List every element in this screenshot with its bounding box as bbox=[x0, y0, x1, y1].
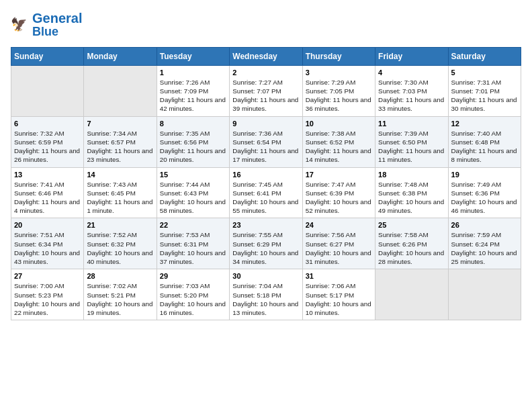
day-info: Sunrise: 7:06 AM Sunset: 5:17 PM Dayligh… bbox=[306, 281, 372, 317]
calendar-cell: 8 Sunrise: 7:35 AM Sunset: 6:56 PM Dayli… bbox=[157, 116, 229, 167]
day-info: Sunrise: 7:30 AM Sunset: 7:03 PM Dayligh… bbox=[378, 78, 445, 113]
sunrise: Sunrise: 7:52 AM bbox=[87, 230, 153, 239]
day-number: 12 bbox=[451, 120, 518, 128]
daylight: Daylight: 10 hours and 25 minutes. bbox=[451, 248, 518, 266]
sunset: Sunset: 5:17 PM bbox=[306, 291, 372, 300]
sunrise: Sunrise: 7:53 AM bbox=[160, 230, 226, 239]
sunset: Sunset: 7:07 PM bbox=[232, 87, 299, 95]
sunset: Sunset: 7:05 PM bbox=[306, 87, 372, 95]
sunrise: Sunrise: 7:04 AM bbox=[232, 281, 299, 290]
calendar-week-row: 13 Sunrise: 7:41 AM Sunset: 6:46 PM Dayl… bbox=[11, 167, 521, 218]
daylight: Daylight: 10 hours and 52 minutes. bbox=[306, 197, 372, 215]
sunset: Sunset: 7:09 PM bbox=[160, 87, 226, 95]
day-info: Sunrise: 7:41 AM Sunset: 6:46 PM Dayligh… bbox=[14, 180, 81, 216]
daylight: Daylight: 11 hours and 42 minutes. bbox=[160, 95, 226, 113]
sunrise: Sunrise: 7:03 AM bbox=[160, 281, 226, 290]
sunset: Sunset: 7:01 PM bbox=[451, 87, 518, 95]
day-info: Sunrise: 7:47 AM Sunset: 6:39 PM Dayligh… bbox=[306, 180, 372, 216]
sunrise: Sunrise: 7:30 AM bbox=[378, 78, 445, 87]
day-number: 22 bbox=[160, 221, 226, 229]
sunrise: Sunrise: 7:35 AM bbox=[160, 129, 226, 138]
day-number: 16 bbox=[232, 171, 299, 179]
day-number: 6 bbox=[14, 120, 81, 128]
day-info: Sunrise: 7:53 AM Sunset: 6:31 PM Dayligh… bbox=[160, 230, 226, 266]
calendar-cell: 30 Sunrise: 7:04 AM Sunset: 5:18 PM Dayl… bbox=[230, 269, 302, 320]
sunrise: Sunrise: 7:43 AM bbox=[87, 180, 153, 189]
day-info: Sunrise: 7:04 AM Sunset: 5:18 PM Dayligh… bbox=[232, 281, 299, 317]
logo-text: General Blue bbox=[32, 11, 82, 39]
col-thursday: Thursday bbox=[302, 47, 375, 65]
calendar-week-row: 1 Sunrise: 7:26 AM Sunset: 7:09 PM Dayli… bbox=[11, 65, 521, 116]
day-number: 7 bbox=[87, 120, 153, 128]
sunrise: Sunrise: 7:00 AM bbox=[14, 281, 81, 290]
day-info: Sunrise: 7:55 AM Sunset: 6:29 PM Dayligh… bbox=[232, 230, 299, 266]
day-info: Sunrise: 7:36 AM Sunset: 6:54 PM Dayligh… bbox=[232, 129, 299, 165]
day-number: 13 bbox=[14, 171, 81, 179]
sunset: Sunset: 6:39 PM bbox=[306, 189, 372, 197]
daylight: Daylight: 11 hours and 11 minutes. bbox=[378, 146, 445, 164]
sunset: Sunset: 6:52 PM bbox=[306, 138, 372, 146]
day-info: Sunrise: 7:29 AM Sunset: 7:05 PM Dayligh… bbox=[306, 78, 372, 113]
daylight: Daylight: 11 hours and 8 minutes. bbox=[451, 146, 518, 164]
sunrise: Sunrise: 7:39 AM bbox=[378, 129, 445, 138]
sunset: Sunset: 6:26 PM bbox=[378, 240, 445, 248]
day-number: 28 bbox=[87, 272, 153, 280]
day-info: Sunrise: 7:00 AM Sunset: 5:23 PM Dayligh… bbox=[14, 281, 81, 317]
day-number: 14 bbox=[87, 171, 153, 179]
sunset: Sunset: 7:03 PM bbox=[378, 87, 445, 95]
daylight: Daylight: 10 hours and 19 minutes. bbox=[87, 300, 153, 317]
calendar-week-row: 27 Sunrise: 7:00 AM Sunset: 5:23 PM Dayl… bbox=[11, 269, 521, 320]
daylight: Daylight: 11 hours and 39 minutes. bbox=[232, 95, 299, 113]
sunset: Sunset: 5:18 PM bbox=[232, 291, 299, 300]
sunrise: Sunrise: 7:40 AM bbox=[451, 129, 518, 138]
daylight: Daylight: 10 hours and 43 minutes. bbox=[14, 248, 81, 266]
day-info: Sunrise: 7:39 AM Sunset: 6:50 PM Dayligh… bbox=[378, 129, 445, 165]
sunrise: Sunrise: 7:34 AM bbox=[87, 129, 153, 138]
sunset: Sunset: 6:41 PM bbox=[232, 189, 299, 197]
day-info: Sunrise: 7:32 AM Sunset: 6:59 PM Dayligh… bbox=[14, 129, 81, 165]
day-number: 31 bbox=[306, 272, 372, 280]
day-info: Sunrise: 7:51 AM Sunset: 6:34 PM Dayligh… bbox=[14, 230, 81, 266]
col-wednesday: Wednesday bbox=[230, 47, 302, 65]
col-tuesday: Tuesday bbox=[157, 47, 229, 65]
svg-text:🦅: 🦅 bbox=[11, 15, 28, 32]
calendar-week-row: 6 Sunrise: 7:32 AM Sunset: 6:59 PM Dayli… bbox=[11, 116, 521, 167]
calendar-cell: 31 Sunrise: 7:06 AM Sunset: 5:17 PM Dayl… bbox=[302, 269, 375, 320]
day-info: Sunrise: 7:45 AM Sunset: 6:41 PM Dayligh… bbox=[232, 180, 299, 216]
sunrise: Sunrise: 7:06 AM bbox=[306, 281, 372, 290]
sunset: Sunset: 6:34 PM bbox=[14, 240, 81, 248]
day-number: 9 bbox=[232, 120, 299, 128]
calendar-cell: 17 Sunrise: 7:47 AM Sunset: 6:39 PM Dayl… bbox=[302, 167, 375, 218]
sunrise: Sunrise: 7:41 AM bbox=[14, 180, 81, 189]
calendar-cell: 6 Sunrise: 7:32 AM Sunset: 6:59 PM Dayli… bbox=[11, 116, 84, 167]
sunset: Sunset: 6:50 PM bbox=[378, 138, 445, 146]
sunset: Sunset: 6:43 PM bbox=[160, 189, 226, 197]
sunrise: Sunrise: 7:47 AM bbox=[306, 180, 372, 189]
sunrise: Sunrise: 7:51 AM bbox=[14, 230, 81, 239]
daylight: Daylight: 11 hours and 30 minutes. bbox=[451, 95, 518, 113]
daylight: Daylight: 11 hours and 36 minutes. bbox=[306, 95, 372, 113]
calendar-cell: 4 Sunrise: 7:30 AM Sunset: 7:03 PM Dayli… bbox=[375, 65, 448, 116]
calendar-cell: 18 Sunrise: 7:48 AM Sunset: 6:38 PM Dayl… bbox=[375, 167, 448, 218]
daylight: Daylight: 10 hours and 10 minutes. bbox=[306, 300, 372, 317]
day-number: 10 bbox=[306, 120, 372, 128]
day-info: Sunrise: 7:49 AM Sunset: 6:36 PM Dayligh… bbox=[451, 180, 518, 216]
day-number: 23 bbox=[232, 221, 299, 229]
calendar-cell: 25 Sunrise: 7:58 AM Sunset: 6:26 PM Dayl… bbox=[375, 218, 448, 269]
daylight: Daylight: 11 hours and 26 minutes. bbox=[14, 146, 81, 164]
sunrise: Sunrise: 7:32 AM bbox=[14, 129, 81, 138]
sunrise: Sunrise: 7:02 AM bbox=[87, 281, 153, 290]
sunrise: Sunrise: 7:55 AM bbox=[232, 230, 299, 239]
day-info: Sunrise: 7:59 AM Sunset: 6:24 PM Dayligh… bbox=[451, 230, 518, 266]
calendar-cell: 14 Sunrise: 7:43 AM Sunset: 6:45 PM Dayl… bbox=[84, 167, 157, 218]
sunset: Sunset: 6:59 PM bbox=[14, 138, 81, 146]
sunset: Sunset: 6:48 PM bbox=[451, 138, 518, 146]
sunset: Sunset: 6:38 PM bbox=[378, 189, 445, 197]
calendar-cell: 2 Sunrise: 7:27 AM Sunset: 7:07 PM Dayli… bbox=[230, 65, 302, 116]
day-number: 5 bbox=[451, 68, 518, 77]
sunset: Sunset: 6:46 PM bbox=[14, 189, 81, 197]
day-info: Sunrise: 7:58 AM Sunset: 6:26 PM Dayligh… bbox=[378, 230, 445, 266]
daylight: Daylight: 11 hours and 33 minutes. bbox=[378, 95, 445, 113]
sunset: Sunset: 6:36 PM bbox=[451, 189, 518, 197]
calendar-cell: 10 Sunrise: 7:38 AM Sunset: 6:52 PM Dayl… bbox=[302, 116, 375, 167]
